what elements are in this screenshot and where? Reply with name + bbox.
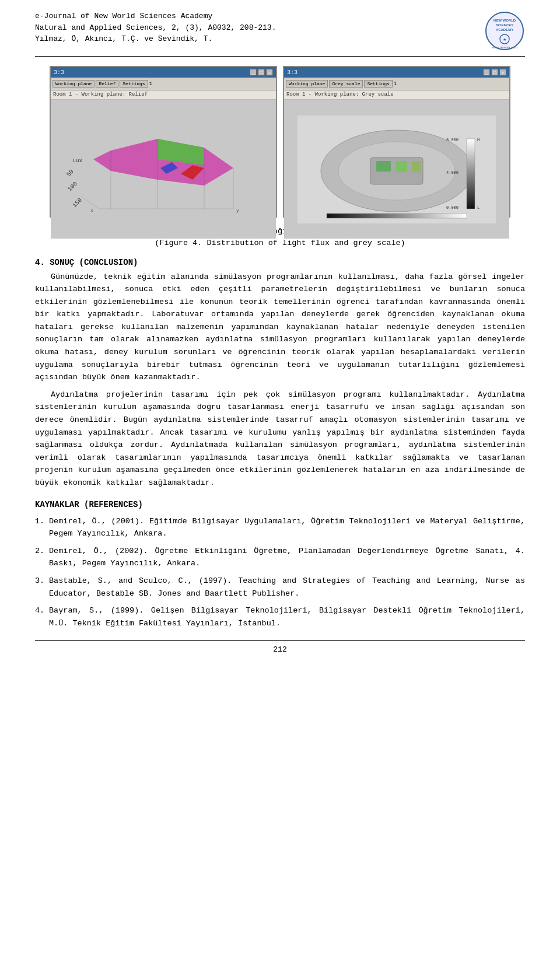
header-line1: e-Journal of New World Sciences Academy	[35, 11, 276, 22]
svg-text:www.newsa.com: www.newsa.com	[491, 46, 518, 49]
svg-text:0.000: 0.000	[446, 205, 459, 210]
paragraph-2: Aydınlatma projelerinin tasarımı için pe…	[35, 389, 525, 489]
right-titlebar: 3:3 _ □ ×	[284, 67, 509, 78]
right-subtitle: Room 1 - Working plane: Grey scale	[286, 92, 394, 97]
working-plane-btn[interactable]: Working plane	[52, 80, 94, 88]
references: KAYNAKLAR (REFERENCES) 1.Demirel, Ö., (2…	[35, 500, 525, 630]
ref-item-4: 4.Bayram, S., (1999). Gelişen Bilgisayar…	[35, 604, 525, 629]
right-subbar: Room 1 - Working plane: Grey scale	[284, 90, 509, 100]
ref-content-1: Demirel, Ö., (2001). Eğitimde Bilgisayar…	[49, 515, 525, 540]
svg-rect-30	[412, 161, 421, 172]
svg-text:★: ★	[503, 37, 506, 41]
left-titlebar: 3:3 _ □ ×	[51, 67, 276, 78]
page: e-Journal of New World Sciences Academy …	[0, 0, 560, 677]
caption-line2: (Figure 4. Distribution of light flux an…	[35, 237, 525, 249]
3d-chart-svg: 150 100 50	[64, 116, 262, 223]
right-titlebar-buttons: _ □ ×	[483, 69, 506, 76]
right-settings-btn[interactable]: Settings	[364, 80, 392, 88]
minimize-btn[interactable]: _	[250, 69, 257, 76]
left-subbar: Room 1 - Working plane: Relief	[51, 90, 276, 100]
svg-text:ACADEMY: ACADEMY	[496, 28, 513, 32]
header: e-Journal of New World Sciences Academy …	[35, 0, 525, 57]
right-title: 3:3	[287, 69, 298, 76]
right-close-btn[interactable]: ×	[499, 69, 506, 76]
ref-content-2: Demirel, Ö., (2002). Öğretme Etkinliğini…	[49, 545, 525, 570]
ref-item-2: 2.Demirel, Ö., (2002). Öğretme Etkinliği…	[35, 545, 525, 570]
svg-text:H: H	[477, 138, 480, 142]
left-titlebar-buttons: _ □ ×	[250, 69, 273, 76]
figure-left: 3:3 _ □ × Working plane Relief Settings …	[50, 66, 277, 218]
svg-text:Lux: Lux	[73, 158, 82, 164]
ref-num-2: 2.	[35, 545, 46, 570]
header-line2: Natural and Applied Sciences, 2, (3), A0…	[35, 22, 276, 34]
svg-text:SCIENCES: SCIENCES	[496, 23, 514, 27]
close-btn[interactable]: ×	[266, 69, 273, 76]
svg-text:x: x	[90, 208, 93, 213]
references-title: KAYNAKLAR (REFERENCES)	[35, 500, 525, 509]
paragraph-1: Günümüzde, teknik eğitim alanında simüla…	[35, 271, 525, 384]
settings-btn[interactable]: Settings	[120, 80, 148, 88]
settings-value: 1	[149, 81, 152, 87]
svg-rect-29	[396, 161, 407, 172]
ref-num-1: 1.	[35, 515, 46, 540]
svg-text:8.000: 8.000	[446, 138, 459, 142]
svg-text:y: y	[236, 208, 239, 213]
left-img-content: 150 100 50	[51, 100, 276, 239]
right-settings-value: 1	[394, 81, 397, 87]
section-title: 4. SONUÇ (CONCLUSION)	[35, 258, 525, 267]
references-list: 1.Demirel, Ö., (2001). Eğitimde Bilgisay…	[35, 515, 525, 630]
right-greyscale-btn[interactable]: Grey scale	[329, 80, 363, 88]
ref-content-3: Bastable, S., and Sculco, C., (1997). Te…	[49, 575, 525, 600]
header-text: e-Journal of New World Sciences Academy …	[35, 11, 276, 45]
left-toolbar: Working plane Relief Settings 1	[51, 78, 276, 90]
right-toolbar: Working plane Grey scale Settings 1	[284, 78, 509, 90]
left-subtitle: Room 1 - Working plane: Relief	[53, 92, 148, 97]
svg-text:NEW WORLD: NEW WORLD	[494, 19, 516, 22]
svg-rect-31	[467, 139, 475, 209]
right-working-plane-btn[interactable]: Working plane	[286, 80, 328, 88]
right-img-content: H L 8.000 4.000 0.000	[284, 100, 509, 239]
ref-num-4: 4.	[35, 604, 46, 629]
page-number: 212	[35, 640, 525, 654]
ref-item-1: 1.Demirel, Ö., (2001). Eğitimde Bilgisay…	[35, 515, 525, 540]
logo-icon: NEW WORLD SCIENCES ACADEMY ★ www.newsa.c…	[485, 11, 524, 51]
figures-row: 3:3 _ □ × Working plane Relief Settings …	[35, 66, 525, 218]
header-line3: Yılmaz, Ö, Akıncı, T.Ç. ve Sevindik, T.	[35, 33, 276, 45]
right-minimize-btn[interactable]: _	[483, 69, 490, 76]
ref-content-4: Bayram, S., (1999). Gelişen Bilgisayar T…	[49, 604, 525, 629]
ref-num-3: 3.	[35, 575, 46, 600]
ref-item-3: 3.Bastable, S., and Sculco, C., (1997). …	[35, 575, 525, 600]
svg-text:4.000: 4.000	[446, 170, 459, 175]
maximize-btn[interactable]: □	[258, 69, 265, 76]
figure-right: 3:3 _ □ × Working plane Grey scale Setti…	[283, 66, 510, 218]
greyscale-svg: H L 8.000 4.000 0.000	[298, 116, 496, 223]
svg-rect-37	[327, 214, 467, 218]
svg-rect-28	[376, 161, 391, 172]
right-maximize-btn[interactable]: □	[491, 69, 498, 76]
relief-btn[interactable]: Relief	[96, 80, 118, 88]
left-title: 3:3	[54, 69, 64, 76]
svg-text:L: L	[477, 205, 480, 210]
journal-logo: NEW WORLD SCIENCES ACADEMY ★ www.newsa.c…	[484, 11, 525, 51]
